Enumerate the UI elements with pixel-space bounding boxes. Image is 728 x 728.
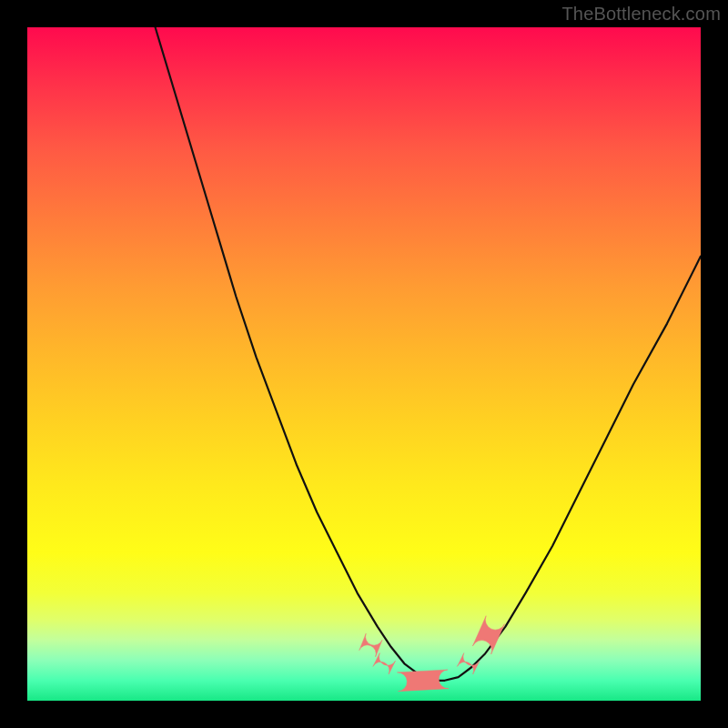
trough-marker (359, 633, 382, 657)
bottleneck-curve (156, 27, 701, 681)
chart-frame: TheBottleneck.com (0, 0, 728, 728)
trough-markers (359, 616, 505, 692)
curve-layer (27, 27, 701, 701)
watermark-text: TheBottleneck.com (561, 4, 721, 25)
trough-marker (373, 653, 396, 674)
plot-area (27, 27, 701, 701)
